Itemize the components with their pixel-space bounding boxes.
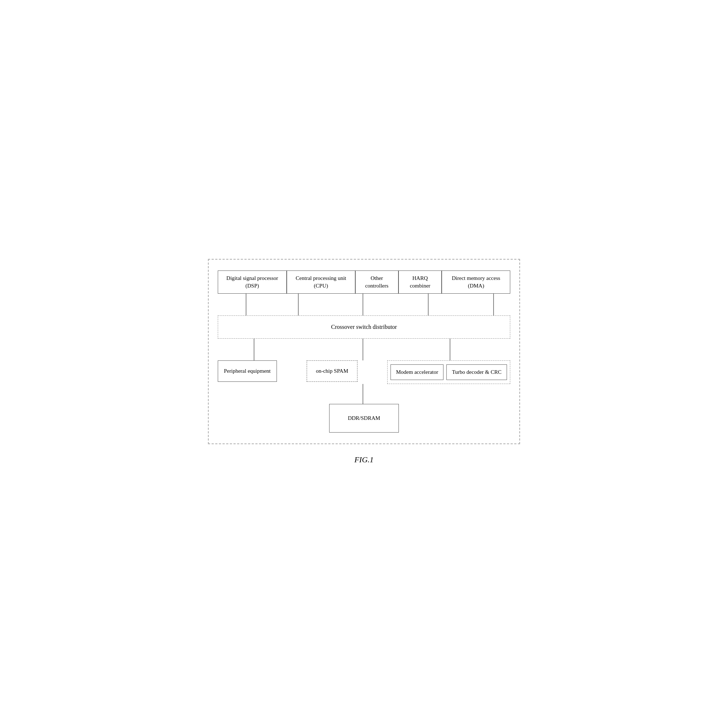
diagram-container: Digital signal processor (DSP) Central p… [208,259,520,464]
ddr-label: DDR/SDRAM [348,415,380,421]
ddr-connector-svg [218,384,510,404]
fig-title: FIG.1 [354,455,373,464]
bottom-connectors-svg [218,339,510,360]
cpu-box: Central processing unit (CPU) [287,270,355,294]
harq-box: HARQ combiner [398,270,442,294]
crossover-box: Crossover switch distributor [218,316,510,339]
peripheral-box: Peripheral equipment [218,360,277,382]
turbo-label: Turbo decoder & CRC [452,369,502,375]
other-controllers-box: Other controllers [355,270,398,294]
ddr-line-area [218,384,510,404]
onchip-spam-box: on-chip SPAM [307,360,358,382]
onchip-spam-label: on-chip SPAM [316,368,348,374]
top-row: Digital signal processor (DSP) Central p… [218,270,510,294]
ddr-box: DDR/SDRAM [329,404,398,433]
dsp-label: Digital signal processor (DSP) [226,275,278,288]
bottom-connectors [218,339,510,360]
turbo-box: Turbo decoder & CRC [447,365,507,380]
dma-box: Direct memory access (DMA) [442,270,510,294]
figure-label: FIG.1 [354,455,373,464]
ddr-section: DDR/SDRAM [218,384,510,433]
harq-label: HARQ combiner [410,275,430,288]
modem-label: Modem accelerator [396,369,438,375]
right-group-box: Modem accelerator Turbo decoder & CRC [387,360,510,384]
other-controllers-label: Other controllers [365,275,388,288]
modem-box: Modem accelerator [390,365,444,380]
bottom-row: Peripheral equipment on-chip SPAM Modem … [218,360,510,384]
top-connectors [218,294,510,316]
cpu-label: Central processing unit (CPU) [296,275,346,288]
top-connectors-svg [218,294,510,316]
dma-label: Direct memory access (DMA) [452,275,500,288]
peripheral-label: Peripheral equipment [224,368,271,374]
layout-wrapper: Digital signal processor (DSP) Central p… [218,270,510,433]
crossover-label: Crossover switch distributor [331,324,397,330]
dsp-box: Digital signal processor (DSP) [218,270,287,294]
outer-box: Digital signal processor (DSP) Central p… [208,259,520,444]
